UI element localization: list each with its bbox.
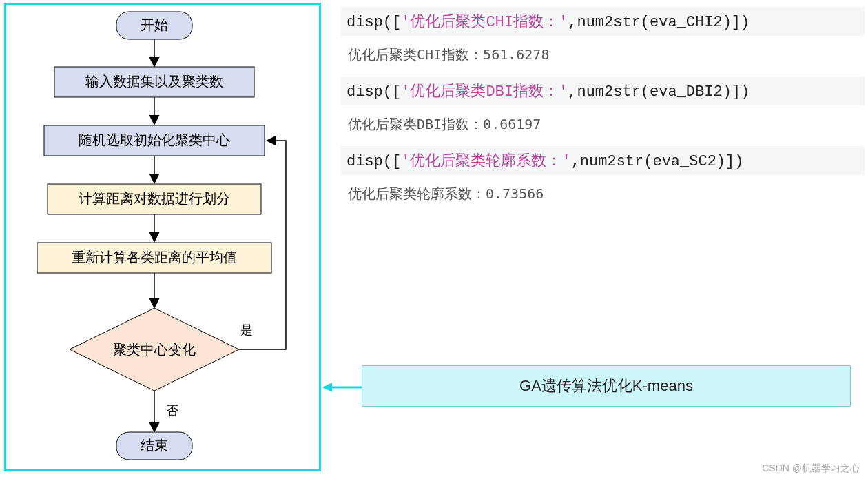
node-step2: 随机选取初始化聚类中心 bbox=[79, 132, 230, 147]
flowchart-svg: 开始 输入数据集以及聚类数 随机选取初始化聚类中心 计算距离对数据进行划分 重新… bbox=[6, 5, 319, 469]
node-start: 开始 bbox=[141, 17, 168, 32]
callout-box: GA遗传算法优化K-means bbox=[362, 365, 851, 407]
output-line-1: 优化后聚类CHI指数：561.6278 bbox=[348, 45, 865, 64]
node-step3: 计算距离对数据进行划分 bbox=[79, 191, 230, 206]
svg-marker-14 bbox=[322, 383, 332, 392]
node-decision: 聚类中心变化 bbox=[113, 342, 196, 357]
callout-arrow-icon bbox=[322, 380, 364, 394]
node-step1: 输入数据集以及聚类数 bbox=[85, 74, 223, 89]
watermark: CSDN @机器学习之心 bbox=[762, 462, 860, 475]
label-yes: 是 bbox=[240, 323, 253, 337]
output-line-3: 优化后聚类轮廓系数：0.73566 bbox=[348, 185, 865, 203]
label-no: 否 bbox=[166, 404, 178, 418]
code-line-1: disp(['优化后聚类CHI指数：',num2str(eva_CHI2)]) bbox=[341, 7, 865, 36]
code-output-panel: disp(['优化后聚类CHI指数：',num2str(eva_CHI2)]) … bbox=[341, 0, 865, 216]
code-line-3: disp(['优化后聚类轮廓系数：',num2str(eva_SC2)]) bbox=[341, 146, 865, 175]
code-line-2: disp(['优化后聚类DBI指数：',num2str(eva_DBI2)]) bbox=[341, 77, 865, 105]
node-step4: 重新计算各类距离的平均值 bbox=[72, 249, 237, 265]
callout-text: GA遗传算法优化K-means bbox=[519, 376, 693, 396]
flowchart-panel: 开始 输入数据集以及聚类数 随机选取初始化聚类中心 计算距离对数据进行划分 重新… bbox=[4, 3, 321, 471]
output-line-2: 优化后聚类DBI指数：0.66197 bbox=[348, 115, 865, 134]
node-end: 结束 bbox=[141, 438, 168, 453]
